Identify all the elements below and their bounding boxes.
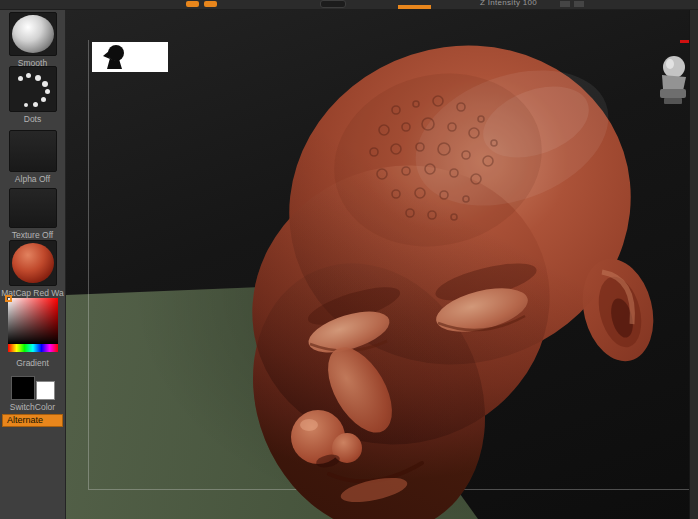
top-shelf: Z Intensity 100	[0, 0, 698, 10]
shelf-small-button[interactable]	[560, 1, 570, 7]
texture-label: Texture Off	[0, 230, 65, 240]
matcap-red-wax-icon	[12, 243, 54, 283]
shelf-orange-button[interactable]	[186, 1, 199, 7]
right-tray-edge[interactable]	[689, 10, 698, 519]
switchcolor-button[interactable]: SwitchColor	[0, 402, 65, 412]
reference-bust-icon[interactable]	[650, 55, 694, 107]
color-picker[interactable]	[8, 298, 58, 352]
shelf-orange-button[interactable]	[204, 1, 217, 7]
sculpt-head	[66, 10, 698, 519]
zbrush-window: Z Intensity 100 Smooth Dots Alpha Off	[0, 0, 698, 519]
gradient-button[interactable]: Gradient	[0, 358, 65, 368]
saturation-value-square[interactable]	[8, 298, 58, 344]
shelf-dark-button[interactable]	[320, 0, 346, 8]
document-preview[interactable]	[92, 42, 168, 72]
stroke-label: Dots	[0, 114, 65, 124]
head-silhouette-icon	[92, 42, 168, 72]
color-picker-indicator	[5, 295, 12, 302]
material-selector-matcap[interactable]	[9, 240, 57, 286]
stroke-selector-dots[interactable]	[9, 66, 57, 112]
left-tray: Smooth Dots Alpha Off Texture Off MatCap…	[0, 10, 66, 519]
smooth-brush-icon	[12, 15, 54, 53]
shelf-small-button[interactable]	[574, 1, 584, 7]
alternate-button[interactable]: Alternate	[2, 414, 63, 427]
texture-selector[interactable]	[9, 188, 57, 228]
z-intensity-slider[interactable]: Z Intensity 100	[480, 0, 537, 7]
slider-fill[interactable]	[398, 5, 431, 9]
main-color-swatch[interactable]	[11, 376, 35, 400]
hue-bar[interactable]	[8, 344, 58, 352]
brush-selector-smooth[interactable]	[9, 12, 57, 56]
alpha-selector[interactable]	[9, 130, 57, 172]
alpha-label: Alpha Off	[0, 174, 65, 184]
secondary-color-swatch[interactable]	[36, 381, 55, 400]
viewport[interactable]	[66, 10, 698, 519]
